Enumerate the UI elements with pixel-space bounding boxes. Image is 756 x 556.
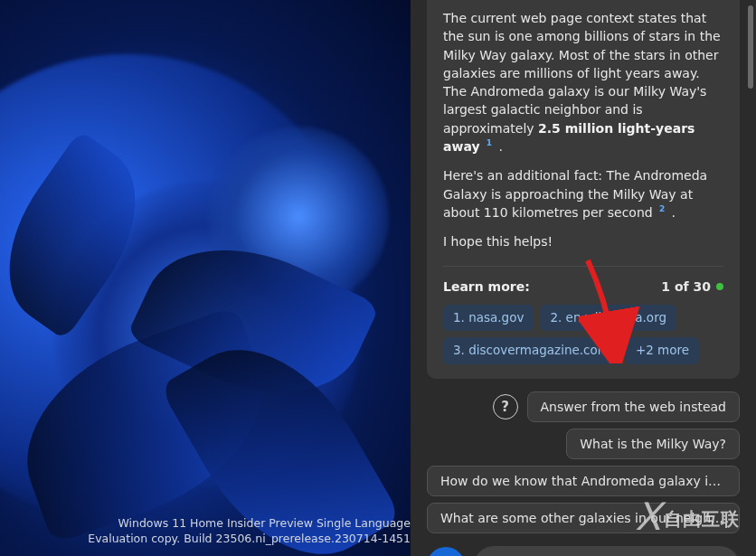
response-text: The current web page context states that… [443, 11, 721, 136]
assistant-response-card: The current web page context states that… [427, 0, 740, 379]
source-pill-group: 1. nasa.gov 2. en.wikipedia.org 3. disco… [443, 305, 723, 364]
source-pill-2[interactable]: 2. en.wikipedia.org [540, 305, 676, 332]
ask-input[interactable]: Ask me anything... [474, 546, 740, 556]
copilot-panel: The current web page context states that… [411, 0, 756, 556]
desktop-watermark: Windows 11 Home Insider Preview Single L… [88, 516, 411, 547]
learn-more-label: Learn more: [443, 278, 530, 296]
citation-1[interactable]: 1 [484, 138, 495, 149]
suggestion-web-answer[interactable]: Answer from the web instead [527, 391, 741, 422]
input-row: Ask me anything... [427, 533, 740, 556]
period: . [495, 139, 503, 154]
suggestion-milky-way[interactable]: What is the Milky Way? [566, 429, 740, 459]
suggestion-andromeda-distance[interactable]: How do we know that Andromeda galaxy is … [427, 466, 740, 496]
response-paragraph-2: Here's an additional fact: The Andromeda… [443, 166, 723, 221]
new-topic-button[interactable] [427, 547, 465, 556]
watermark-line-2: Evaluation copy. Build 23506.ni_prerelea… [88, 532, 411, 547]
learn-more-counter: 1 of 30 [661, 278, 723, 296]
response-paragraph-1: The current web page context states that… [443, 9, 723, 155]
citation-2[interactable]: 2 [657, 204, 667, 215]
suggestion-other-galaxies[interactable]: What are some other galaxies in our neig… [427, 503, 740, 533]
source-pill-1[interactable]: 1. nasa.gov [443, 305, 534, 332]
suggestion-list: ? Answer from the web instead What is th… [427, 391, 740, 533]
watermark-line-1: Windows 11 Home Insider Preview Single L… [88, 516, 411, 532]
scrollbar-thumb[interactable] [748, 5, 753, 89]
period: . [667, 205, 676, 220]
response-paragraph-3: I hope this helps! [443, 232, 723, 250]
source-pill-3[interactable]: 3. discovermagazine.com [443, 337, 619, 364]
source-pill-more[interactable]: +2 more [626, 337, 699, 364]
new-suggestions-icon[interactable]: ? [493, 394, 518, 419]
status-dot-icon [716, 283, 723, 290]
counter-text: 1 of 30 [661, 278, 711, 296]
learn-more-row: Learn more: 1 of 30 [443, 266, 723, 296]
